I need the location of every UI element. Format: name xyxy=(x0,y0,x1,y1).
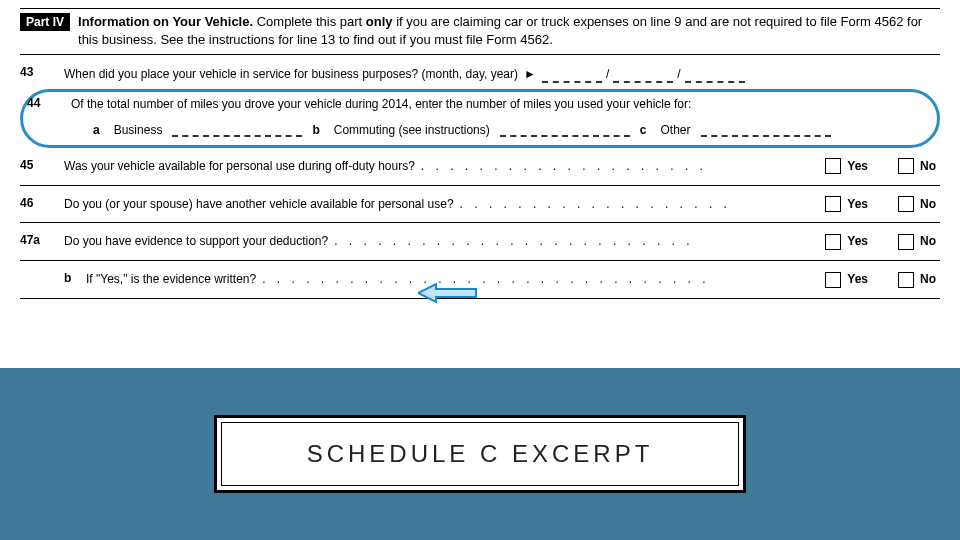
line-45-number: 45 xyxy=(20,158,64,172)
line-45-yes-checkbox[interactable] xyxy=(825,158,841,174)
form-area: Part IV Information on Your Vehicle. Com… xyxy=(0,8,960,299)
line-47b: b If "Yes," is the evidence written? . .… xyxy=(20,261,940,299)
line-44c-label: Other xyxy=(660,123,690,137)
part-title: Information on Your Vehicle. xyxy=(78,14,253,29)
part-header: Part IV Information on Your Vehicle. Com… xyxy=(20,9,940,55)
yes-label: Yes xyxy=(847,233,868,250)
line-44c-letter: c xyxy=(640,123,651,137)
line-43-text: When did you place your vehicle in servi… xyxy=(64,66,518,83)
yes-label: Yes xyxy=(847,158,868,175)
line-47a-no-checkbox[interactable] xyxy=(898,234,914,250)
line-47b-yesno: Yes No xyxy=(819,271,940,288)
line-45: 45 Was your vehicle available for person… xyxy=(20,148,940,186)
line-44-highlight: 44 Of the total number of miles you drov… xyxy=(20,89,940,148)
date-day-field[interactable] xyxy=(613,65,673,83)
line-43: 43 When did you place your vehicle in se… xyxy=(20,55,940,83)
line-45-content: Was your vehicle available for personal … xyxy=(64,158,940,175)
no-label: No xyxy=(920,233,936,250)
part-instruction: Information on Your Vehicle. Complete th… xyxy=(70,13,940,48)
part-instr-a: Complete this part xyxy=(257,14,366,29)
date-month-field[interactable] xyxy=(542,65,602,83)
line-44b-letter: b xyxy=(312,123,323,137)
line-46: 46 Do you (or your spouse) have another … xyxy=(20,186,940,224)
svg-marker-0 xyxy=(418,284,476,302)
line-46-text: Do you (or your spouse) have another veh… xyxy=(64,196,454,213)
line-44b-label: Commuting (see instructions) xyxy=(334,123,490,137)
line-45-no-checkbox[interactable] xyxy=(898,158,914,174)
yes-label: Yes xyxy=(847,271,868,288)
part-chip: Part IV xyxy=(20,13,70,31)
leader-dots: . . . . . . . . . . . . . . . . . . . xyxy=(454,196,820,213)
yes-label: Yes xyxy=(847,196,868,213)
business-miles-field[interactable] xyxy=(172,119,302,137)
line-44a-letter: a xyxy=(93,123,104,137)
date-input-group: / / xyxy=(542,65,745,83)
commuting-miles-field[interactable] xyxy=(500,119,630,137)
line-46-yes-checkbox[interactable] xyxy=(825,196,841,212)
date-sep-1: / xyxy=(606,66,609,83)
annotation-arrow-icon xyxy=(418,282,478,304)
line-47b-content: If "Yes," is the evidence written? . . .… xyxy=(86,271,940,288)
line-46-no-checkbox[interactable] xyxy=(898,196,914,212)
no-label: No xyxy=(920,196,936,213)
line-43-number: 43 xyxy=(20,65,64,79)
date-year-field[interactable] xyxy=(685,65,745,83)
line-44-text: Of the total number of miles you drove y… xyxy=(71,96,933,113)
line-46-content: Do you (or your spouse) have another veh… xyxy=(64,196,940,213)
bottom-banner: SCHEDULE C EXCERPT xyxy=(0,368,960,540)
other-miles-field[interactable] xyxy=(701,119,831,137)
leader-dots: . . . . . . . . . . . . . . . . . . . . … xyxy=(256,271,819,288)
banner-title: SCHEDULE C EXCERPT xyxy=(214,415,747,493)
page: Part IV Information on Your Vehicle. Com… xyxy=(0,0,960,540)
no-label: No xyxy=(920,271,936,288)
line-44-number: 44 xyxy=(27,96,71,110)
line-46-number: 46 xyxy=(20,196,64,210)
no-label: No xyxy=(920,158,936,175)
line-47b-yes-checkbox[interactable] xyxy=(825,272,841,288)
leader-dots: . . . . . . . . . . . . . . . . . . . . … xyxy=(328,233,819,250)
line-44a-label: Business xyxy=(114,123,163,137)
line-47b-text: If "Yes," is the evidence written? xyxy=(86,271,256,288)
line-45-yesno: Yes No xyxy=(819,158,940,175)
line-47b-letter: b xyxy=(64,271,86,285)
pointer-icon: ► xyxy=(518,66,542,83)
line-47a-content: Do you have evidence to support your ded… xyxy=(64,233,940,250)
line-47a-number: 47a xyxy=(20,233,64,247)
line-45-text: Was your vehicle available for personal … xyxy=(64,158,415,175)
part-only: only xyxy=(366,14,393,29)
line-47a-yesno: Yes No xyxy=(819,233,940,250)
line-47a-text: Do you have evidence to support your ded… xyxy=(64,233,328,250)
leader-dots: . . . . . . . . . . . . . . . . . . . . xyxy=(415,158,819,175)
line-46-yesno: Yes No xyxy=(819,196,940,213)
line-47a-yes-checkbox[interactable] xyxy=(825,234,841,250)
line-43-content: When did you place your vehicle in servi… xyxy=(64,65,940,83)
line-47a: 47a Do you have evidence to support your… xyxy=(20,223,940,261)
line-44-sub: a Business b Commuting (see instructions… xyxy=(27,119,933,137)
date-sep-2: / xyxy=(677,66,680,83)
line-47b-no-checkbox[interactable] xyxy=(898,272,914,288)
